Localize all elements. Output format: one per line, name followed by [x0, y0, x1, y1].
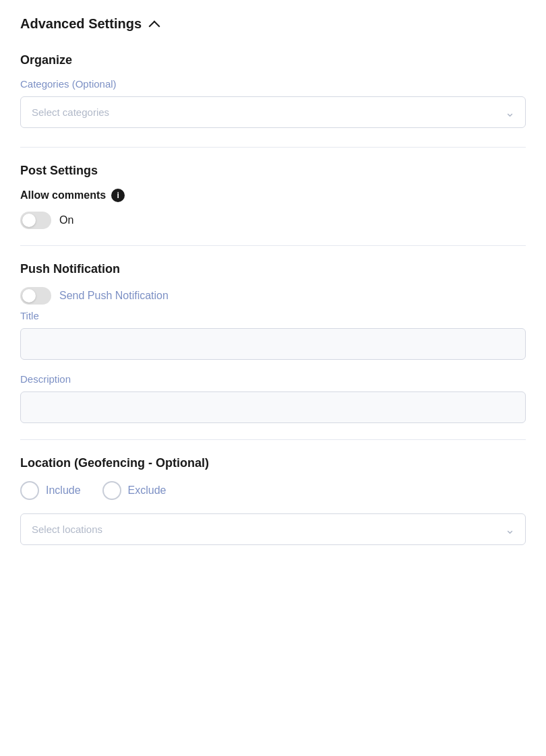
allow-comments-label: Allow comments [20, 189, 106, 201]
organize-section: Organize Categories (Optional) Select ca… [20, 53, 526, 128]
locations-dropdown-wrapper[interactable]: Select locations ⌄ [20, 513, 526, 545]
advanced-settings-title: Advanced Settings [20, 16, 142, 32]
exclude-radio-circle[interactable] [102, 481, 121, 500]
title-label: Title [20, 310, 526, 321]
radio-group: Include Exclude [20, 481, 526, 500]
locations-select[interactable]: Select locations [20, 513, 526, 545]
title-field-group: Title [20, 310, 526, 360]
include-radio-circle[interactable] [20, 481, 39, 500]
exclude-radio-option[interactable]: Exclude [102, 481, 166, 500]
allow-comments-toggle-label: On [59, 214, 73, 226]
location-label: Location (Geofencing - Optional) [20, 456, 526, 470]
push-notification-toggle[interactable] [20, 287, 51, 305]
chevron-up-icon[interactable] [148, 19, 159, 30]
description-field-group: Description [20, 373, 526, 423]
description-label: Description [20, 373, 526, 385]
title-input[interactable] [20, 328, 526, 360]
location-section: Location (Geofencing - Optional) Include… [20, 456, 526, 545]
description-input[interactable] [20, 391, 526, 423]
organize-label: Organize [20, 53, 526, 67]
include-radio-label: Include [46, 484, 81, 497]
divider-3 [20, 439, 526, 440]
divider-2 [20, 245, 526, 246]
advanced-settings-header[interactable]: Advanced Settings [20, 16, 526, 32]
allow-comments-slider [20, 212, 51, 229]
post-settings-label: Post Settings [20, 164, 526, 178]
push-notification-slider [20, 287, 51, 305]
divider-1 [20, 147, 526, 148]
allow-comments-row: Allow comments i [20, 189, 526, 202]
categories-label: Categories (Optional) [20, 78, 526, 90]
include-radio-option[interactable]: Include [20, 481, 81, 500]
push-notification-section: Push Notification Send Push Notification… [20, 262, 526, 423]
categories-dropdown-wrapper[interactable]: Select categories ⌄ [20, 96, 526, 128]
categories-select[interactable]: Select categories [20, 96, 526, 128]
info-icon[interactable]: i [111, 189, 125, 202]
allow-comments-toggle[interactable] [20, 212, 51, 229]
allow-comments-toggle-row: On [20, 212, 526, 229]
push-notification-label: Push Notification [20, 262, 526, 276]
push-notification-toggle-row: Send Push Notification [20, 287, 526, 305]
push-notification-toggle-label: Send Push Notification [59, 290, 169, 302]
post-settings-section: Post Settings Allow comments i On [20, 164, 526, 229]
exclude-radio-label: Exclude [128, 484, 166, 497]
